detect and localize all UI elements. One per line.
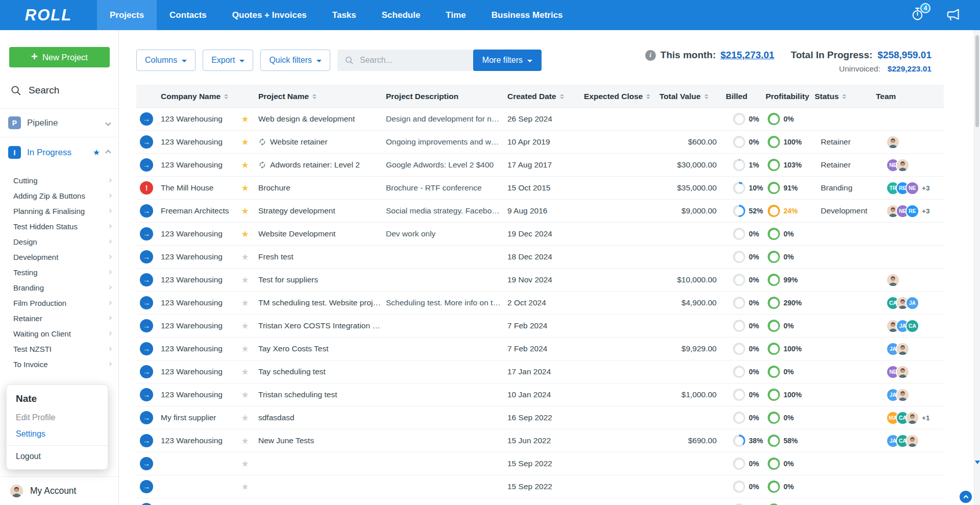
star-icon[interactable]: ★ [241, 275, 249, 285]
scroll-down-arrow[interactable] [975, 461, 980, 464]
table-row[interactable]: →123 Warehousing★Adwords retainer: Level… [136, 154, 944, 177]
sidebar-item-test-hidden-status[interactable]: Test Hidden Status [0, 219, 118, 234]
avatar-initials[interactable]: JA [905, 296, 919, 310]
nav-item-quotes-invoices[interactable]: Quotes + Invoices [219, 0, 320, 30]
nav-item-business-metrics[interactable]: Business Metrics [479, 0, 576, 30]
sidebar-item-to-invoice[interactable]: To Invoice [0, 356, 118, 372]
table-row[interactable]: →★15 Sep 20220%0% [136, 475, 944, 498]
table-row[interactable]: →123 Warehousing★Web design & developmen… [136, 108, 944, 131]
new-project-button[interactable]: + New Project [9, 47, 110, 67]
sidebar-item-development[interactable]: Development [0, 249, 118, 264]
sort-icon[interactable] [224, 94, 228, 99]
export-button[interactable]: Export [203, 50, 253, 71]
avatar-photo[interactable] [905, 434, 919, 448]
favorite-star-icon[interactable]: ★ [93, 148, 100, 157]
nav-item-tasks[interactable]: Tasks [320, 0, 369, 30]
my-account[interactable]: My Account [0, 476, 118, 505]
table-row[interactable]: →★15 Sep 20220%0% [136, 498, 944, 505]
column-header-project-name[interactable]: Project Name [254, 92, 382, 101]
star-icon[interactable]: ★ [241, 298, 249, 308]
star-icon[interactable]: ★ [241, 114, 249, 125]
open-project-icon[interactable]: → [140, 158, 153, 172]
star-icon[interactable]: ★ [241, 252, 249, 262]
open-project-icon[interactable]: → [140, 411, 153, 424]
table-row[interactable]: →123 Warehousing★Tristan Xero COSTS Inte… [136, 315, 944, 338]
column-header-project-description[interactable]: Project Description [382, 92, 503, 101]
column-header-billed[interactable]: Billed [722, 92, 762, 101]
nav-item-time[interactable]: Time [433, 0, 478, 30]
avatar-photo[interactable] [896, 342, 910, 356]
sidebar-section-pipeline[interactable]: P Pipeline [0, 109, 118, 137]
sidebar-item-testing[interactable]: Testing [0, 264, 118, 280]
avatar-initials[interactable]: CA [905, 319, 919, 333]
edit-profile-menu-item[interactable]: Edit Profile [7, 410, 108, 426]
sidebar-item-retainer[interactable]: Retainer [0, 310, 118, 326]
open-project-icon[interactable]: → [140, 342, 153, 355]
table-row[interactable]: →My first supplier★sdfasdasd16 Sep 20220… [136, 406, 944, 429]
sort-icon[interactable] [646, 94, 650, 99]
table-row[interactable]: →123 Warehousing★Test for suppliers19 No… [136, 269, 944, 292]
settings-menu-item[interactable]: Settings [7, 426, 108, 445]
table-row[interactable]: →123 Warehousing★Tay Xero Costs Test7 Fe… [136, 338, 944, 360]
open-project-icon[interactable]: → [140, 480, 153, 493]
open-project-icon[interactable]: → [140, 227, 153, 241]
star-icon[interactable]: ★ [241, 482, 249, 492]
timer-button[interactable]: 4 [910, 7, 925, 23]
open-project-icon[interactable]: → [140, 365, 153, 378]
open-project-icon[interactable]: → [140, 204, 153, 218]
columns-button[interactable]: Columns [136, 50, 195, 71]
open-project-icon[interactable]: → [140, 434, 153, 447]
table-row[interactable]: →123 Warehousing★Website DevelopmentDev … [136, 223, 944, 246]
open-project-icon[interactable]: → [140, 250, 153, 263]
open-project-icon[interactable]: → [140, 112, 153, 126]
avatar-initials[interactable]: RE [905, 204, 919, 218]
sidebar-item-test-nzsti[interactable]: Test NZSTI [0, 341, 118, 356]
sort-icon[interactable] [704, 94, 708, 99]
star-icon[interactable]: ★ [241, 413, 249, 423]
table-row[interactable]: →123 Warehousing★Tay scheduling test17 J… [136, 360, 944, 383]
column-header-team[interactable]: Team [872, 92, 944, 101]
star-icon[interactable]: ★ [241, 183, 249, 194]
column-header-company-name[interactable]: Company Name [157, 92, 236, 101]
avatar-photo[interactable] [886, 135, 900, 149]
sort-icon[interactable] [312, 94, 316, 99]
open-project-icon[interactable]: → [140, 135, 153, 149]
avatar-photo[interactable] [905, 411, 919, 425]
open-project-icon[interactable]: → [140, 457, 153, 470]
open-project-icon[interactable]: → [140, 319, 153, 332]
star-icon[interactable]: ★ [241, 390, 249, 400]
star-icon[interactable]: ★ [241, 206, 249, 217]
table-row[interactable]: →123 Warehousing★TM scheduling test. Web… [136, 292, 944, 315]
star-icon[interactable]: ★ [241, 344, 249, 354]
announcements-button[interactable] [945, 7, 961, 24]
app-logo[interactable]: ROLL [0, 0, 97, 30]
logout-menu-item[interactable]: Logout [7, 446, 108, 469]
sidebar-item-planning-finalising[interactable]: Planning & Finalising [0, 203, 118, 219]
avatar-photo[interactable] [896, 158, 910, 172]
avatar-photo[interactable] [896, 388, 910, 402]
avatar-photo[interactable] [896, 365, 910, 379]
star-icon[interactable]: ★ [241, 229, 249, 239]
scrollbar[interactable] [974, 30, 980, 505]
open-project-icon[interactable]: → [140, 296, 153, 309]
avatar-photo[interactable] [886, 273, 900, 287]
column-header-total-value[interactable]: Total Value [655, 92, 722, 101]
column-header-created-date[interactable]: Created Date [503, 92, 580, 101]
table-row[interactable]: !The Mill House★BrochureBrochure - RTF c… [136, 177, 944, 200]
star-icon[interactable]: ★ [241, 367, 249, 377]
column-header-profitability[interactable]: Profitability [762, 92, 811, 101]
sidebar-section-in-progress[interactable]: I In Progress ★ [0, 137, 118, 167]
column-header-status[interactable]: Status [811, 92, 872, 101]
table-row[interactable]: →123 Warehousing★Fresh test18 Dec 20240%… [136, 246, 944, 269]
open-project-icon[interactable]: → [140, 388, 153, 401]
more-filters-button[interactable]: More filters [473, 50, 542, 71]
open-project-icon[interactable]: → [140, 503, 153, 505]
sort-icon[interactable] [842, 94, 846, 99]
sidebar-item-film-production[interactable]: Film Production [0, 295, 118, 310]
nav-item-projects[interactable]: Projects [97, 0, 157, 30]
star-icon[interactable]: ★ [241, 160, 249, 171]
sort-icon[interactable] [560, 94, 564, 99]
scroll-top-button[interactable] [960, 491, 972, 503]
sidebar-item-cutting[interactable]: Cutting [0, 173, 118, 188]
sidebar-item-branding[interactable]: Branding [0, 280, 118, 295]
